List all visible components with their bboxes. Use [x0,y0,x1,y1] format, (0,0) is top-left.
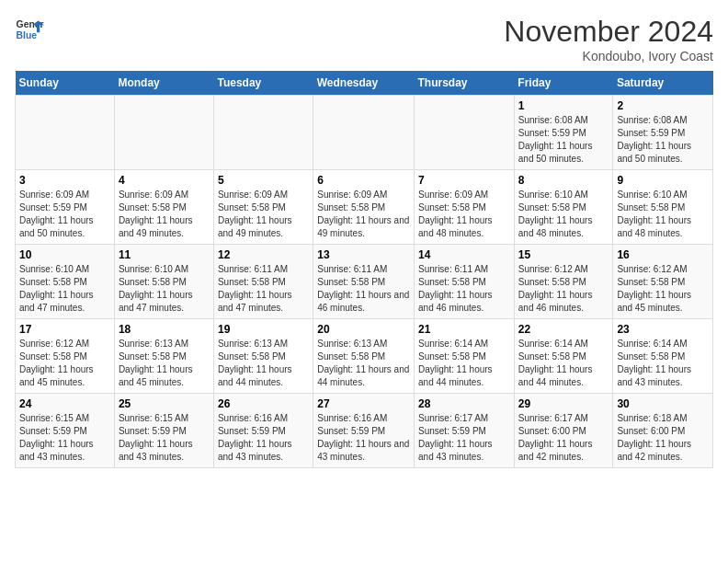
calendar-cell: 29Sunrise: 6:17 AM Sunset: 6:00 PM Dayli… [514,394,613,468]
day-number: 3 [19,174,110,187]
weekday-header-monday: Monday [114,71,213,96]
weekday-header-thursday: Thursday [415,71,515,96]
calendar-body: 1Sunrise: 6:08 AM Sunset: 5:59 PM Daylig… [16,96,713,468]
weekday-header-wednesday: Wednesday [313,71,415,96]
day-number: 11 [119,248,210,261]
day-info: Sunrise: 6:17 AM Sunset: 6:00 PM Dayligh… [518,412,609,464]
title-area: November 2024 Kondoubo, Ivory Coast [504,15,713,63]
day-info: Sunrise: 6:10 AM Sunset: 5:58 PM Dayligh… [617,189,709,240]
header: General Blue November 2024 Kondoubo, Ivo… [15,15,713,63]
calendar-table: SundayMondayTuesdayWednesdayThursdayFrid… [15,71,713,468]
day-number: 21 [418,323,510,336]
day-info: Sunrise: 6:09 AM Sunset: 5:58 PM Dayligh… [119,189,210,240]
calendar-cell: 17Sunrise: 6:12 AM Sunset: 5:58 PM Dayli… [16,319,115,394]
day-info: Sunrise: 6:16 AM Sunset: 5:59 PM Dayligh… [218,412,309,464]
day-info: Sunrise: 6:18 AM Sunset: 6:00 PM Dayligh… [617,412,709,464]
day-info: Sunrise: 6:11 AM Sunset: 5:58 PM Dayligh… [218,263,309,315]
calendar-week-row: 1Sunrise: 6:08 AM Sunset: 5:59 PM Daylig… [16,96,713,170]
day-info: Sunrise: 6:11 AM Sunset: 5:58 PM Dayligh… [317,263,410,315]
day-number: 1 [518,99,609,112]
day-number: 5 [218,174,309,187]
calendar-cell: 28Sunrise: 6:17 AM Sunset: 5:59 PM Dayli… [415,394,515,468]
day-number: 8 [518,174,609,187]
day-info: Sunrise: 6:11 AM Sunset: 5:58 PM Dayligh… [418,263,510,315]
day-info: Sunrise: 6:10 AM Sunset: 5:58 PM Dayligh… [518,189,609,240]
calendar-cell: 12Sunrise: 6:11 AM Sunset: 5:58 PM Dayli… [213,245,313,319]
calendar-cell: 21Sunrise: 6:14 AM Sunset: 5:58 PM Dayli… [415,319,515,394]
calendar-week-row: 10Sunrise: 6:10 AM Sunset: 5:58 PM Dayli… [16,245,713,319]
svg-text:Blue: Blue [17,30,38,40]
day-number: 16 [617,248,709,261]
calendar-cell [114,96,213,170]
calendar-cell: 1Sunrise: 6:08 AM Sunset: 5:59 PM Daylig… [514,96,613,170]
day-number: 18 [119,323,210,336]
day-number: 20 [317,323,410,336]
day-number: 10 [19,248,110,261]
calendar-cell [313,96,415,170]
calendar-cell: 5Sunrise: 6:09 AM Sunset: 5:58 PM Daylig… [213,170,313,245]
calendar-week-row: 17Sunrise: 6:12 AM Sunset: 5:58 PM Dayli… [16,319,713,394]
day-number: 22 [518,323,609,336]
day-info: Sunrise: 6:17 AM Sunset: 5:59 PM Dayligh… [418,412,510,464]
day-info: Sunrise: 6:10 AM Sunset: 5:58 PM Dayligh… [119,263,210,315]
day-number: 25 [119,397,210,410]
calendar-week-row: 3Sunrise: 6:09 AM Sunset: 5:59 PM Daylig… [16,170,713,245]
day-number: 9 [617,174,709,187]
day-info: Sunrise: 6:09 AM Sunset: 5:58 PM Dayligh… [418,189,510,240]
calendar-cell: 10Sunrise: 6:10 AM Sunset: 5:58 PM Dayli… [16,245,115,319]
day-number: 6 [317,174,410,187]
day-number: 4 [119,174,210,187]
calendar-cell: 13Sunrise: 6:11 AM Sunset: 5:58 PM Dayli… [313,245,415,319]
day-info: Sunrise: 6:12 AM Sunset: 5:58 PM Dayligh… [19,338,110,389]
calendar-cell: 20Sunrise: 6:13 AM Sunset: 5:58 PM Dayli… [313,319,415,394]
day-info: Sunrise: 6:09 AM Sunset: 5:58 PM Dayligh… [317,189,410,240]
calendar-cell: 16Sunrise: 6:12 AM Sunset: 5:58 PM Dayli… [613,245,713,319]
day-info: Sunrise: 6:10 AM Sunset: 5:58 PM Dayligh… [19,263,110,315]
day-number: 29 [518,397,609,410]
calendar-header: SundayMondayTuesdayWednesdayThursdayFrid… [16,71,713,96]
calendar-cell: 14Sunrise: 6:11 AM Sunset: 5:58 PM Dayli… [415,245,515,319]
calendar-cell: 30Sunrise: 6:18 AM Sunset: 6:00 PM Dayli… [613,394,713,468]
day-number: 2 [617,99,709,112]
day-info: Sunrise: 6:14 AM Sunset: 5:58 PM Dayligh… [418,338,510,389]
day-number: 24 [19,397,110,410]
day-info: Sunrise: 6:14 AM Sunset: 5:58 PM Dayligh… [518,338,609,389]
calendar-cell: 6Sunrise: 6:09 AM Sunset: 5:58 PM Daylig… [313,170,415,245]
day-info: Sunrise: 6:15 AM Sunset: 5:59 PM Dayligh… [19,412,110,464]
weekday-header-sunday: Sunday [16,71,115,96]
weekday-header-row: SundayMondayTuesdayWednesdayThursdayFrid… [16,71,713,96]
day-info: Sunrise: 6:12 AM Sunset: 5:58 PM Dayligh… [518,263,609,315]
day-info: Sunrise: 6:13 AM Sunset: 5:58 PM Dayligh… [218,338,309,389]
calendar-cell [213,96,313,170]
day-number: 23 [617,323,709,336]
day-number: 7 [418,174,510,187]
location: Kondoubo, Ivory Coast [504,49,713,63]
calendar-cell: 2Sunrise: 6:08 AM Sunset: 5:59 PM Daylig… [613,96,713,170]
day-info: Sunrise: 6:08 AM Sunset: 5:59 PM Dayligh… [617,114,709,166]
calendar-cell: 9Sunrise: 6:10 AM Sunset: 5:58 PM Daylig… [613,170,713,245]
calendar-cell [415,96,515,170]
calendar-cell: 22Sunrise: 6:14 AM Sunset: 5:58 PM Dayli… [514,319,613,394]
day-number: 19 [218,323,309,336]
day-number: 27 [317,397,410,410]
calendar-cell: 19Sunrise: 6:13 AM Sunset: 5:58 PM Dayli… [213,319,313,394]
calendar-cell: 24Sunrise: 6:15 AM Sunset: 5:59 PM Dayli… [16,394,115,468]
day-info: Sunrise: 6:14 AM Sunset: 5:58 PM Dayligh… [617,338,709,389]
day-info: Sunrise: 6:09 AM Sunset: 5:58 PM Dayligh… [218,189,309,240]
logo: General Blue [15,15,44,44]
day-number: 28 [418,397,510,410]
calendar-cell: 7Sunrise: 6:09 AM Sunset: 5:58 PM Daylig… [415,170,515,245]
calendar-cell [16,96,115,170]
weekday-header-friday: Friday [514,71,613,96]
weekday-header-saturday: Saturday [613,71,713,96]
day-number: 17 [19,323,110,336]
calendar-cell: 15Sunrise: 6:12 AM Sunset: 5:58 PM Dayli… [514,245,613,319]
calendar-cell: 27Sunrise: 6:16 AM Sunset: 5:59 PM Dayli… [313,394,415,468]
weekday-header-tuesday: Tuesday [213,71,313,96]
month-title: November 2024 [504,15,713,49]
logo-icon: General Blue [15,15,44,44]
day-number: 12 [218,248,309,261]
day-info: Sunrise: 6:16 AM Sunset: 5:59 PM Dayligh… [317,412,410,464]
day-number: 26 [218,397,309,410]
day-info: Sunrise: 6:15 AM Sunset: 5:59 PM Dayligh… [119,412,210,464]
